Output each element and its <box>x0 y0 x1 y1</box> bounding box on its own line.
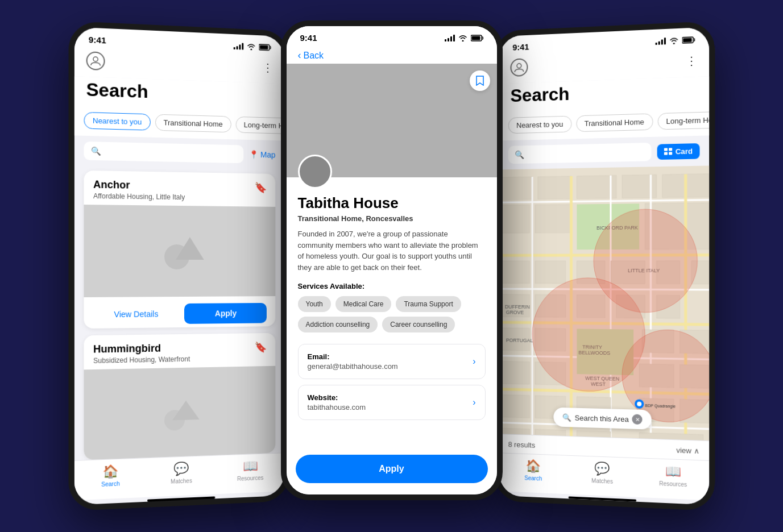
avatar-1[interactable] <box>86 51 105 70</box>
hummingbird-bookmark[interactable]: 🔖 <box>254 341 266 354</box>
wifi-icon-3 <box>669 37 678 44</box>
nav-search-3[interactable]: 🏠 Search <box>499 458 567 483</box>
status-bar-2: 9:41 <box>287 26 497 45</box>
nav-resources-icon-3: 📖 <box>665 464 681 479</box>
svg-rect-39 <box>499 261 529 283</box>
signal-bar-1 <box>233 47 235 49</box>
signal-bar-3-4 <box>664 38 665 44</box>
anchor-view-details-btn[interactable]: View Details <box>93 304 178 325</box>
org-name: Tabitha House <box>298 194 486 212</box>
nav-resources-3[interactable]: 📖 Resources <box>637 463 709 489</box>
signal-bars-3 <box>655 38 665 45</box>
website-info: Website: tabithahouse.com <box>308 393 366 412</box>
status-time-1: 9:41 <box>88 35 106 45</box>
filter-nearest-1[interactable]: Nearest to you <box>84 112 150 131</box>
battery-icon-2 <box>471 35 483 41</box>
services-label: Services Available: <box>298 282 486 290</box>
search-icon-3: 🔍 <box>515 150 524 159</box>
filter-longterm-1[interactable]: Long-term Ho <box>235 117 284 134</box>
view-link[interactable]: view ∧ <box>676 446 699 455</box>
hummingbird-subtitle: Subsidized Housing, Waterfront <box>93 355 189 365</box>
svg-rect-61 <box>499 361 529 384</box>
phone-1-wrapper: 9:41 <box>68 21 289 511</box>
svg-rect-1 <box>259 45 267 49</box>
filter-transitional-1[interactable]: Transitional Home <box>155 114 231 133</box>
anchor-bookmark[interactable]: 🔖 <box>254 181 266 194</box>
email-label: Email: <box>308 352 398 361</box>
apply-btn-detail[interactable]: Apply <box>296 455 488 483</box>
search-field-1[interactable] <box>105 147 237 159</box>
svg-rect-14 <box>664 152 668 155</box>
detail-bookmark-btn[interactable] <box>470 70 490 91</box>
status-icons-2 <box>445 35 483 41</box>
back-chevron-icon: ‹ <box>298 49 301 61</box>
card-list-1: Anchor Affordable Housing, Little Italy … <box>74 165 284 460</box>
signal-bars-2 <box>445 35 455 41</box>
page-title-1: Search <box>86 79 273 106</box>
anchor-apply-btn[interactable]: Apply <box>184 303 266 324</box>
hummingbird-image <box>84 366 275 460</box>
listing-card-anchor: Anchor Affordable Housing, Little Italy … <box>84 171 275 329</box>
map-container[interactable]: BICKFORD PARK <box>499 165 709 460</box>
nav-matches-3[interactable]: 💬 Matches <box>567 460 637 486</box>
card-icon <box>664 148 672 155</box>
bookmark-svg <box>476 76 484 86</box>
nav-resources-label-3: Resources <box>659 480 687 488</box>
detail-org-avatar <box>298 155 332 189</box>
signal-bar-4 <box>242 43 243 49</box>
svg-rect-13 <box>669 148 672 151</box>
signal-bar-2-1 <box>445 39 446 41</box>
more-menu-1[interactable]: ⋮ <box>262 61 273 74</box>
signal-bar-3-3 <box>661 39 662 44</box>
signal-bar-2-2 <box>448 38 449 41</box>
email-chevron: › <box>473 356 475 367</box>
detail-hero-image <box>287 64 497 177</box>
results-count: 8 results <box>508 440 535 449</box>
bottom-nav-1: 🏠 Search 💬 Matches 📖 Resources <box>74 452 284 500</box>
nav-search-1[interactable]: 🏠 Search <box>74 463 146 489</box>
nav-matches-icon-3: 💬 <box>594 461 610 476</box>
filter-longterm-3[interactable]: Long-term Ho <box>657 111 709 130</box>
home-indicator-1 <box>147 496 215 501</box>
map-button-1[interactable]: 📍 Map <box>248 150 275 160</box>
search-field-3[interactable] <box>528 147 644 159</box>
anchor-subtitle: Affordable Housing, Little Italy <box>93 192 184 201</box>
nav-resources-1[interactable]: 📖 Resources <box>216 458 284 483</box>
nav-matches-1[interactable]: 💬 Matches <box>146 460 216 486</box>
search-area-icon: 🔍 <box>562 413 571 422</box>
signal-bar-2-3 <box>450 36 452 41</box>
search-area-label: Search this Area <box>574 413 628 423</box>
website-contact-row[interactable]: Website: tabithahouse.com › <box>298 385 486 420</box>
anchor-placeholder-graphic <box>158 228 204 274</box>
filter-nearest-3[interactable]: Nearest to you <box>508 116 571 134</box>
website-label: Website: <box>308 393 366 402</box>
wifi-icon-2 <box>458 35 467 41</box>
battery-icon-3 <box>682 36 695 43</box>
email-contact-row[interactable]: Email: general@tabithahouse.com › <box>298 344 486 379</box>
phone-3-wrapper: 9:41 <box>494 21 715 511</box>
more-menu-3[interactable]: ⋮ <box>685 53 697 68</box>
battery-icon-1 <box>259 43 271 51</box>
search-bar-3: 🔍 Card <box>499 135 709 169</box>
status-icons-3 <box>655 36 695 44</box>
anchor-image <box>84 205 275 297</box>
phone-1: 9:41 <box>68 21 289 511</box>
card-header-hummingbird: Hummingbird Subsidized Housing, Waterfro… <box>84 333 275 370</box>
back-label: Back <box>304 51 324 61</box>
status-time-2: 9:41 <box>300 33 317 43</box>
search-area-close[interactable]: ✕ <box>632 414 642 425</box>
service-medical: Medical Care <box>335 296 392 312</box>
view-label: view <box>676 446 691 455</box>
detail-body: Tabitha House Transitional Home, Roncesv… <box>287 177 497 449</box>
search-input-wrap-3[interactable]: 🔍 <box>508 143 651 164</box>
svg-rect-67 <box>499 394 529 418</box>
svg-point-11 <box>517 64 521 68</box>
search-bar-1: 🔍 📍 Map <box>74 135 284 169</box>
search-area-btn[interactable]: 🔍 Search this Area ✕ <box>553 408 652 430</box>
back-button[interactable]: ‹ Back <box>287 45 497 64</box>
search-input-wrap-1[interactable]: 🔍 <box>84 142 243 163</box>
filter-pills-1: Nearest to you Transitional Home Long-te… <box>74 107 284 140</box>
card-toggle-btn[interactable]: Card <box>657 143 699 160</box>
filter-transitional-3[interactable]: Transitional Home <box>575 113 652 132</box>
avatar-3[interactable] <box>510 58 528 77</box>
